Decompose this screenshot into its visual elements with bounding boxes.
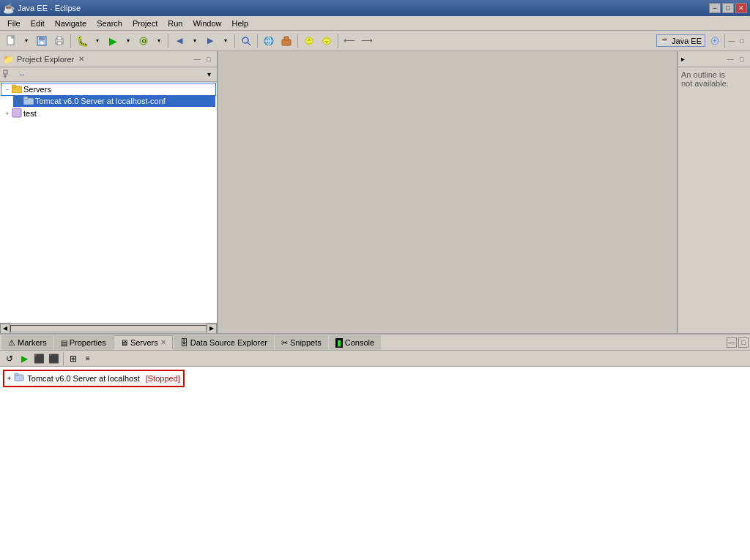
menu-navigate[interactable]: Navigate [51, 18, 91, 29]
menu-run[interactable]: Run [163, 18, 187, 29]
ant-button[interactable] [278, 33, 294, 49]
debug-button[interactable]: 🐛 [74, 33, 90, 49]
outline-message-line2: not available. [681, 79, 729, 88]
perspective-area: ☕ Java EE + — □ [656, 33, 747, 49]
server-status-badge: [Stopped] [146, 374, 180, 383]
test-label: test [22, 109, 37, 118]
scroll-right-button[interactable]: ▶ [207, 324, 217, 334]
back-dropdown[interactable]: ▾ [189, 33, 201, 49]
server-item-expand-icon[interactable]: + [7, 375, 11, 382]
expand-tomcat-icon[interactable]: + [15, 97, 23, 105]
project-explorer-maximize-button[interactable]: □ [204, 54, 214, 64]
console-tab-icon: ▮ [335, 338, 343, 348]
view-menu-button[interactable]: ▾ [202, 68, 215, 81]
project-explorer-label: Project Explorer [17, 55, 74, 64]
snippets-tab-icon: ✂ [281, 338, 288, 348]
collapse-all-toolbar-button[interactable]: ⟵ [341, 33, 357, 49]
svg-rect-33 [12, 108, 21, 117]
maximize-window-button[interactable]: □ [722, 3, 734, 13]
refresh-server-button[interactable]: ↺ [3, 352, 16, 365]
back-button[interactable]: ◀ [171, 33, 188, 49]
svg-text:+: + [713, 37, 716, 45]
server-view-menu-button[interactable]: ≡ [81, 352, 94, 365]
collapse-all-button[interactable] [1, 68, 15, 81]
markers-tab-label: Markers [18, 338, 47, 347]
bottom-maximize-button[interactable]: □ [738, 337, 749, 348]
external-tools-button[interactable]: ⚙ [135, 33, 152, 49]
markers-tab-icon: ⚠ [8, 338, 15, 348]
java-ee-icon: ☕ [660, 36, 670, 45]
project-explorer-content: − Servers + [0, 82, 217, 323]
properties-tab-label: Properties [70, 338, 106, 347]
debug-dropdown[interactable]: ▾ [92, 33, 103, 49]
server-item-icon [14, 373, 24, 384]
menu-search[interactable]: Search [92, 18, 127, 29]
run-dropdown[interactable]: ▾ [122, 33, 134, 49]
minimize-top-right-button[interactable]: — [727, 36, 737, 46]
menu-window[interactable]: Window [188, 18, 226, 29]
project-explorer-folder-icon: 📁 [3, 54, 14, 64]
tree-item-servers[interactable]: − Servers [1, 83, 215, 95]
new-button[interactable] [3, 33, 19, 49]
forward-dropdown[interactable]: ▾ [220, 33, 231, 49]
search-button[interactable] [238, 33, 254, 49]
pin-editor-button[interactable]: ⟶ [359, 33, 375, 49]
tab-snippets[interactable]: ✂ Snippets [275, 335, 328, 350]
forward-button[interactable]: ▶ [202, 33, 218, 49]
minimize-window-button[interactable]: − [709, 3, 721, 13]
snippets-tab-label: Snippets [290, 338, 322, 347]
window-title: Java EE - Eclipse [18, 4, 81, 12]
menu-help[interactable]: Help [228, 18, 253, 29]
svg-rect-7 [57, 42, 62, 45]
stop-server-button[interactable]: ⬛ [32, 352, 45, 365]
scroll-left-button[interactable]: ◀ [0, 324, 10, 334]
print-button[interactable] [51, 33, 67, 49]
new-dropdown[interactable]: ▾ [21, 33, 32, 49]
datasource-tab-icon: 🗄 [180, 338, 188, 347]
debug-server-button[interactable]: ⬛ [47, 352, 60, 365]
web-button[interactable] [261, 33, 277, 49]
servers-tab-close-icon[interactable]: ✕ [160, 338, 166, 346]
project-explorer-scrollbar: ◀ ▶ [0, 323, 217, 333]
start-server-button[interactable]: ▶ [18, 352, 31, 365]
bottom-toolbar-sep [63, 352, 64, 365]
java-ee-perspective-button[interactable]: ☕ Java EE [656, 34, 705, 47]
open-perspective-button[interactable]: + [707, 33, 723, 49]
maximize-top-right-button[interactable]: □ [737, 36, 747, 46]
external-tools-dropdown[interactable]: ▾ [153, 33, 165, 49]
bottom-content: + Tomcat v6.0 Server at localhost [Stopp… [0, 367, 750, 560]
tree-item-tomcat[interactable]: + Tomcat v6.0 Server at localhost-conf [13, 95, 215, 107]
tab-datasource[interactable]: 🗄 Data Source Explorer [174, 335, 274, 350]
outline-maximize-button[interactable]: □ [737, 54, 747, 64]
new-server-button[interactable]: ⊞ [67, 352, 80, 365]
scroll-track[interactable] [10, 325, 207, 332]
menu-edit[interactable]: Edit [26, 18, 49, 29]
project-explorer-close-icon[interactable]: ✕ [77, 55, 86, 64]
tab-servers[interactable]: 🖥 Servers ✕ [114, 335, 173, 350]
project-explorer-minimize-button[interactable]: — [192, 54, 202, 64]
bottom-panel: ⚠ Markers ▤ Properties 🖥 Servers ✕ 🗄 Dat… [0, 333, 750, 560]
tab-console[interactable]: ▮ Console [329, 335, 381, 350]
menu-file[interactable]: File [3, 18, 25, 29]
prev-annotation-button[interactable] [301, 33, 317, 49]
link-editor-button[interactable]: ↔ [15, 68, 29, 81]
svg-rect-3 [39, 37, 45, 40]
tab-markers[interactable]: ⚠ Markers [1, 335, 53, 350]
server-list-item[interactable]: + Tomcat v6.0 Server at localhost [Stopp… [3, 370, 185, 387]
close-window-button[interactable]: ✕ [735, 3, 747, 13]
svg-rect-30 [12, 85, 16, 88]
bottom-minimize-button[interactable]: — [727, 337, 737, 348]
next-annotation-button[interactable] [319, 33, 335, 49]
main-layout: 📁 Project Explorer ✕ — □ ↔ ▾ [0, 51, 750, 560]
svg-rect-17 [284, 37, 289, 40]
expand-test-icon[interactable]: + [3, 109, 12, 118]
expand-servers-icon[interactable]: − [3, 85, 12, 94]
tab-properties[interactable]: ▤ Properties [54, 335, 113, 350]
outline-minimize-button[interactable]: — [725, 54, 735, 64]
save-button[interactable] [34, 33, 50, 49]
tree-item-test[interactable]: + test [1, 107, 215, 120]
run-button[interactable]: ▶ [105, 33, 121, 49]
toolbar-sep-3 [234, 34, 235, 48]
servers-tab-label: Servers [130, 338, 158, 347]
menu-project[interactable]: Project [128, 18, 162, 29]
